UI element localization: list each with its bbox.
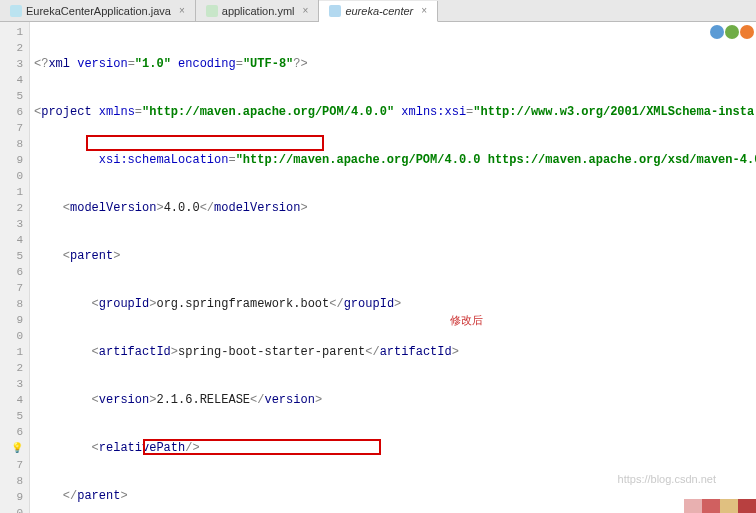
marker-icon <box>710 25 724 39</box>
code-editor[interactable]: <?xml version="1.0" encoding="UTF-8"?> <… <box>30 22 756 513</box>
tab-pom-file[interactable]: eureka-center × <box>319 1 438 22</box>
close-icon[interactable]: × <box>179 5 185 16</box>
maven-icon <box>329 5 341 17</box>
highlight-box-1 <box>86 135 324 151</box>
bulb-icon[interactable]: 💡 <box>11 443 23 454</box>
line-number: 7 <box>0 120 23 136</box>
line-gutter: 1 2 3 4 5 6 7 8 9 0 1 2 3 4 5 6 7 8 9 0 … <box>0 22 30 513</box>
tab-yml-file[interactable]: application.yml × <box>196 0 320 21</box>
java-icon <box>10 5 22 17</box>
line-number: 6 <box>0 264 23 280</box>
line-number: 1 <box>0 24 23 40</box>
line-number: 6 <box>0 104 23 120</box>
line-number: 1 <box>0 184 23 200</box>
editor-tabs: EurekaCenterApplication.java × applicati… <box>0 0 756 22</box>
line-number: 5 <box>0 88 23 104</box>
line-number: 4 <box>0 392 23 408</box>
line-number: 1 <box>0 344 23 360</box>
tab-java-file[interactable]: EurekaCenterApplication.java × <box>0 0 196 21</box>
line-number: 4 <box>0 72 23 88</box>
line-number: 0 <box>0 505 23 513</box>
line-number: 8 <box>0 136 23 152</box>
close-icon[interactable]: × <box>421 5 427 16</box>
annotation-text: 修改后 <box>450 312 483 328</box>
line-number: 9 <box>0 152 23 168</box>
line-number: 💡 7 <box>0 440 23 473</box>
line-number: 3 <box>0 216 23 232</box>
line-number: 4 <box>0 232 23 248</box>
corner-markers <box>710 25 754 39</box>
editor-area: 1 2 3 4 5 6 7 8 9 0 1 2 3 4 5 6 7 8 9 0 … <box>0 22 756 513</box>
line-number: 3 <box>0 376 23 392</box>
line-number: 2 <box>0 40 23 56</box>
bottom-decoration <box>684 499 756 513</box>
tab-label: EurekaCenterApplication.java <box>26 5 171 17</box>
close-icon[interactable]: × <box>303 5 309 16</box>
tab-label: application.yml <box>222 5 295 17</box>
line-number: 3 <box>0 56 23 72</box>
line-number: 8 <box>0 473 23 489</box>
marker-icon <box>740 25 754 39</box>
watermark: https://blog.csdn.net <box>618 473 716 485</box>
line-number: 9 <box>0 312 23 328</box>
line-number: 5 <box>0 248 23 264</box>
line-number: 9 <box>0 489 23 505</box>
yml-icon <box>206 5 218 17</box>
marker-icon <box>725 25 739 39</box>
line-number: 6 <box>0 424 23 440</box>
line-number: 5 <box>0 408 23 424</box>
line-number: 0 <box>0 328 23 344</box>
line-number: 2 <box>0 200 23 216</box>
line-number: 0 <box>0 168 23 184</box>
line-number: 2 <box>0 360 23 376</box>
line-number: 8 <box>0 296 23 312</box>
tab-label: eureka-center <box>345 5 413 17</box>
line-number: 7 <box>0 280 23 296</box>
